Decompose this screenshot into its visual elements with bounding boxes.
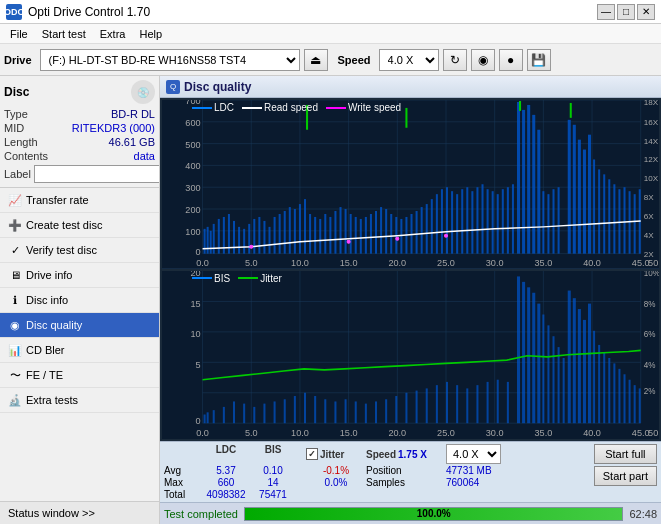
svg-point-140 [396,237,399,240]
svg-rect-211 [517,276,520,423]
svg-rect-80 [365,217,367,254]
stat-max-label: Max [164,477,200,488]
legend-write-speed: Write speed [326,102,401,113]
sidebar-item-cd-bler[interactable]: 📊 CD Bler [0,338,159,363]
status-text: Test completed [164,508,238,520]
svg-point-141 [444,234,447,237]
refresh-button[interactable]: ↻ [443,49,467,71]
speed-select-stat[interactable]: 4.0 X2.0 X1.0 X [446,444,501,464]
disc-length-row: Length 46.61 GB [4,136,155,148]
svg-rect-235 [639,388,641,423]
sidebar-item-transfer-rate[interactable]: 📈 Transfer rate [0,188,159,213]
cd-bler-icon: 📊 [8,343,22,357]
svg-text:6%: 6% [644,329,656,339]
nav-label-drive-info: Drive info [26,269,72,281]
svg-text:30.0: 30.0 [486,426,504,437]
svg-text:8%: 8% [644,298,656,308]
svg-text:5.0: 5.0 [245,258,258,268]
minimize-button[interactable]: — [597,4,615,20]
svg-rect-229 [608,357,610,422]
eject-button[interactable]: ⏏ [304,49,328,71]
nav-label-extra-tests: Extra tests [26,394,78,406]
menu-file[interactable]: File [4,27,34,41]
svg-rect-219 [558,347,560,423]
verify-test-disc-icon: ✓ [8,243,22,257]
svg-rect-179 [204,414,206,423]
start-part-button[interactable]: Start part [594,466,657,486]
svg-text:18X: 18X [644,100,659,107]
svg-rect-104 [461,189,463,253]
disc-info-icon: ℹ [8,293,22,307]
menu-extra[interactable]: Extra [94,27,132,41]
svg-rect-222 [573,298,576,423]
svg-rect-77 [350,214,352,254]
svg-rect-73 [329,217,331,254]
save-button[interactable]: 💾 [527,49,551,71]
svg-text:10.0: 10.0 [291,258,309,268]
transfer-rate-icon: 📈 [8,193,22,207]
svg-rect-199 [395,396,397,423]
sidebar-item-drive-info[interactable]: 🖥 Drive info [0,263,159,288]
svg-rect-103 [456,194,458,253]
svg-rect-203 [436,385,438,423]
svg-rect-92 [426,204,428,254]
svg-rect-233 [629,379,631,422]
svg-rect-94 [436,194,438,253]
status-window-label: Status window >> [8,507,95,519]
stat-header-jitter[interactable]: Jitter [320,449,344,460]
svg-text:30.0: 30.0 [486,258,504,268]
speed-select[interactable]: 4.0 X 2.0 X 1.0 X [379,49,439,71]
sidebar-item-create-test-disc[interactable]: ➕ Create test disc [0,213,159,238]
svg-rect-58 [253,219,255,254]
svg-rect-223 [578,309,581,423]
svg-rect-194 [345,399,347,423]
svg-rect-72 [324,214,326,254]
close-button[interactable]: ✕ [637,4,655,20]
maximize-button[interactable]: □ [617,4,635,20]
svg-rect-100 [537,130,540,254]
stat-header-bis: BIS [252,444,294,464]
progress-track: 100.0% [244,507,623,521]
svg-text:35.0: 35.0 [534,426,552,437]
svg-text:500: 500 [185,140,200,150]
svg-text:40.0: 40.0 [583,426,601,437]
svg-rect-106 [471,191,473,253]
chart-bis: BIS Jitter [162,271,659,440]
svg-text:25.0: 25.0 [437,426,455,437]
menu-start-test[interactable]: Start test [36,27,92,41]
status-window-button[interactable]: Status window >> [0,501,159,524]
svg-rect-116 [547,194,549,253]
svg-rect-95 [441,189,443,253]
svg-rect-65 [289,207,291,254]
svg-rect-210 [507,381,509,422]
legend-read-speed-label: Read speed [264,102,318,113]
svg-rect-205 [456,385,458,423]
disc-button[interactable]: ◉ [471,49,495,71]
svg-rect-99 [532,115,535,254]
panel-icon: Q [166,80,180,94]
menu-help[interactable]: Help [133,27,168,41]
svg-text:100: 100 [185,227,200,237]
svg-text:25.0: 25.0 [437,258,455,268]
svg-rect-227 [598,344,600,422]
svg-rect-135 [405,108,407,128]
sidebar-item-disc-quality[interactable]: ◉ Disc quality [0,313,159,338]
svg-rect-114 [512,184,514,253]
chart-ldc-svg: 700 600 500 400 300 200 100 0 18X 16X 14… [162,100,659,269]
svg-rect-136 [519,101,521,111]
svg-rect-50 [213,224,215,254]
disc-mid-value: RITEKDR3 (000) [72,122,155,134]
svg-rect-113 [507,187,509,253]
stat-total-ldc: 4098382 [200,489,252,500]
sidebar-item-fe-te[interactable]: 〜 FE / TE [0,363,159,388]
sidebar-item-verify-test-disc[interactable]: ✓ Verify test disc [0,238,159,263]
svg-text:10.0: 10.0 [291,426,309,437]
start-full-button[interactable]: Start full [594,444,657,464]
drive-select[interactable]: (F:) HL-DT-ST BD-RE WH16NS58 TST4 [40,49,300,71]
svg-rect-216 [542,314,544,423]
burn-button[interactable]: ● [499,49,523,71]
disc-label-input[interactable] [34,165,160,183]
svg-rect-59 [258,217,260,254]
sidebar-item-extra-tests[interactable]: 🔬 Extra tests [0,388,159,413]
sidebar-item-disc-info[interactable]: ℹ Disc info [0,288,159,313]
